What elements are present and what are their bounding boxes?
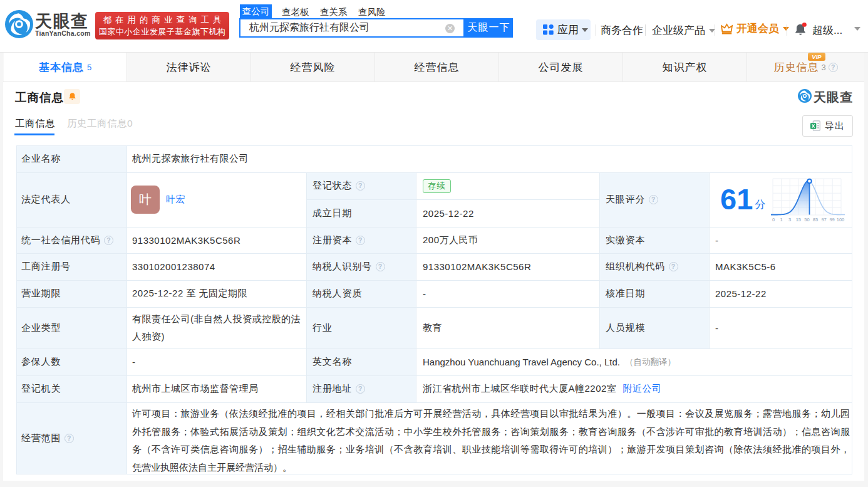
- svg-text:15: 15: [796, 217, 801, 223]
- svg-text:3: 3: [788, 217, 791, 223]
- svg-text:99: 99: [829, 217, 834, 223]
- svg-text:50: 50: [804, 217, 809, 223]
- svg-text:100: 100: [837, 217, 845, 223]
- svg-text:85: 85: [813, 217, 818, 223]
- svg-text:97: 97: [821, 217, 826, 223]
- svg-text:1: 1: [780, 217, 783, 223]
- svg-text:0: 0: [772, 217, 775, 223]
